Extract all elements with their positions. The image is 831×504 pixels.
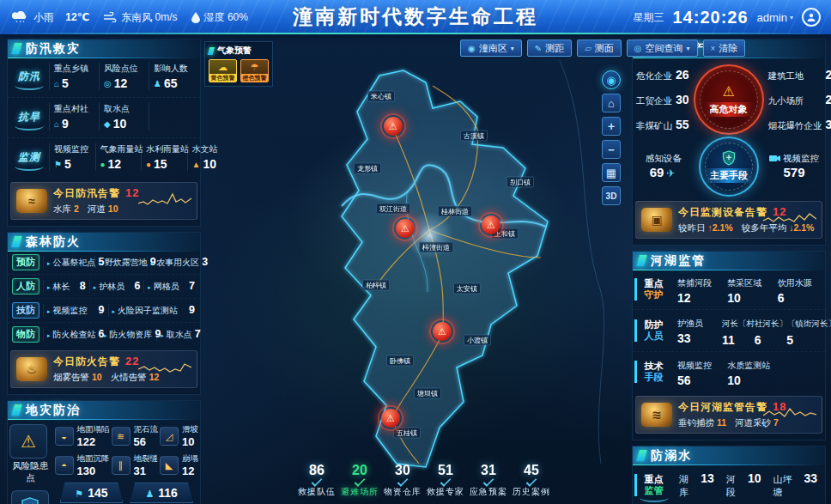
weather-warning-title: 气象预警 — [217, 45, 252, 57]
drone-icon: ✈ — [666, 167, 675, 179]
map-toolbar: ◉潼南区▾ ✎测距 ▱测面 ◎空间查询▾ ×清除 — [455, 39, 745, 57]
tag-key-protection[interactable]: 重点守护 — [634, 278, 670, 301]
stat-item: ▸野炊露营地9 — [94, 256, 146, 269]
material-defense-row: 物防 ▸防火检查站6 ▸防火物资库9 ▸取水点7 — [8, 323, 200, 346]
stat-item: 影响人数♟65 — [149, 63, 198, 90]
tag-tech-means[interactable]: 技术手段 — [634, 361, 670, 383]
home-button[interactable]: ⌂ — [602, 94, 621, 112]
bottom-stat-cases[interactable]: 45历史案例 — [510, 463, 553, 500]
alert-count: 22 — [125, 355, 139, 367]
stat-item: ▸火险因子监测站9 — [108, 304, 199, 317]
stat-item: 危化企业26 — [636, 68, 689, 82]
bottom-stat-shelters[interactable]: 20避难场所 — [338, 463, 381, 500]
green-dot-icon: ● — [100, 160, 106, 169]
humidity-status: 湿度 60% — [191, 10, 248, 25]
warning-triangle-icon: ⚠ — [482, 216, 500, 234]
video-monitor-stat: 视频监控579 — [767, 153, 822, 180]
key-supervision-row: 重点监管 湖库13 河段10 山坪塘33 — [633, 465, 825, 504]
bottom-stat-rescue-teams[interactable]: 86救援队伍 — [295, 463, 338, 500]
stat-item: 饮用水源6 — [773, 274, 823, 305]
clear-button[interactable]: ×清除 — [703, 39, 746, 57]
warning-triangle-icon: ⚠ — [433, 322, 452, 341]
tag-human-defense[interactable]: 人防 — [12, 278, 39, 295]
tag-key-supervision[interactable]: 重点监管 — [634, 474, 670, 496]
wind-warning-icon: ☁ — [209, 60, 236, 74]
header-accent — [636, 450, 647, 461]
shield-icon — [722, 150, 736, 166]
landslide-icon: ◿ — [160, 427, 179, 446]
monitor-group: 监测 视频监控⚑5 气象雨量站●12 水利雨量站●15 水文站▲10 — [8, 138, 200, 178]
map-alarm-marker[interactable]: ⚠ — [478, 212, 504, 238]
bottom-stat-plans[interactable]: 31应急预案 — [467, 463, 510, 500]
fire-alert-icon: ♨ — [16, 357, 47, 381]
toggle-3d-button[interactable]: 3D — [602, 186, 621, 205]
stat-item: ◒地面塌陷122 — [55, 424, 110, 448]
stat-item: 湖库13 — [673, 471, 720, 499]
warning-triangle-icon: ⚠ — [384, 117, 403, 136]
top-header-bar: 小雨 12℃ 东南风 0m/s 湿度 60% 潼南新时代数字生命工程 星期三 1… — [0, 0, 831, 34]
yellow-warning-badge[interactable]: ☁黄色预警 — [209, 59, 237, 82]
main-means-badge[interactable]: 主要手段 — [699, 137, 759, 197]
map-town-label: 梓潼街道 — [419, 242, 453, 253]
stat-item: ◣崩塌12 — [160, 453, 198, 477]
warning-triangle-icon: ⚠ — [722, 83, 734, 100]
zoom-out-button[interactable]: − — [602, 140, 621, 159]
stat-item: ◿滑坡10 — [160, 424, 198, 448]
drought-group: 抗旱 重点村社⌂9 取水点◆10 — [8, 98, 200, 138]
stat-item: ▸网格员7 — [143, 280, 198, 293]
wind-status: 东南风 0m/s — [103, 10, 177, 25]
weather-warning-panel: 气象预警 ☁黄色预警 ☂橙色预警 — [204, 41, 273, 87]
forest-fire-section: 森林防火 预防 ▸公墓祭祀点5 ▸野炊露营地9 ▸农事用火区3 人防 ▸林长8 … — [7, 232, 201, 395]
map-alarm-marker[interactable]: ⚠ — [380, 113, 406, 139]
orange-warning-badge[interactable]: ☂橙色预警 — [240, 59, 269, 82]
user-menu[interactable]: admin▾ — [757, 11, 793, 24]
alert-sparkline — [138, 356, 191, 382]
map-alarm-marker[interactable]: ⚠ — [429, 319, 455, 344]
bottom-stat-warehouses[interactable]: 30物资仓库 — [381, 463, 424, 500]
tech-defense-row: 技防 ▸视频监控9 ▸火险因子监测站9 — [8, 299, 200, 323]
region-select-button[interactable]: ◉潼南区▾ — [460, 39, 522, 57]
alert-sparkline — [138, 188, 191, 214]
fire-alert-card: ♨ 今日防火告警22 烟雾告警10火情告警12 — [10, 350, 197, 388]
map-alarm-marker[interactable]: ⚠ — [378, 405, 403, 431]
high-risk-badge[interactable]: ⚠ 高危对象 — [694, 64, 764, 135]
stat-item: 视频监控56 — [673, 356, 723, 387]
measure-distance-button[interactable]: ✎测距 — [527, 39, 572, 57]
rockfall-icon: ◣ — [160, 456, 179, 475]
tag-tech-defense[interactable]: 技防 — [12, 302, 39, 319]
tag-material-defense[interactable]: 物防 — [12, 326, 39, 343]
map-town-label: 米心镇 — [367, 91, 395, 102]
stat-item: 重点村社⌂9 — [49, 103, 99, 131]
spatial-query-button[interactable]: ◎空间查询▾ — [627, 39, 698, 57]
weekday-label: 星期三 — [634, 10, 664, 25]
header-accent — [208, 47, 215, 55]
tab-flood[interactable]: 防汛 — [11, 69, 47, 85]
right-panel: 安全生产 危化企业26 工贸企业30 非煤矿山55 ⚠ 高危对象 建筑工地24 … — [632, 39, 826, 504]
geo-section-title: 地灾防治 — [26, 403, 81, 418]
bottom-stat-experts[interactable]: 51救援专家 — [424, 463, 467, 500]
tag-prevention[interactable]: 预防 — [12, 254, 39, 270]
user-avatar-icon[interactable] — [802, 8, 821, 27]
debris-flow-icon: ≋ — [112, 427, 130, 446]
layers-button[interactable]: ▦ — [602, 163, 621, 182]
river-section-title: 河湖监管 — [651, 253, 706, 269]
protection-staff-row: 防护人员 护渔员33 河长〔村社河长〕〔镇街河长〕 1165 — [633, 310, 825, 352]
locate-button[interactable]: ◉ — [602, 70, 621, 89]
tab-drought[interactable]: 抗旱 — [11, 109, 47, 125]
stat-item: ▸公墓祭祀点5 — [43, 256, 94, 269]
emergency-resource-bar: 86救援队伍 20避难场所 30物资仓库 51救援专家 31应急预案 45历史案… — [295, 463, 553, 500]
camera-icon: ⚑ — [54, 160, 62, 169]
stat-item: 取水点◆10 — [99, 103, 149, 131]
stat-item: ▸视频监控9 — [43, 304, 108, 317]
tag-protection-staff[interactable]: 防护人员 — [634, 319, 670, 342]
map-alarm-marker[interactable]: ⚠ — [392, 216, 418, 241]
zoom-in-button[interactable]: ＋ — [602, 117, 621, 136]
flood-section: 防汛救灾 防汛 重点乡镇⌂5 风险点位◎12 影响人数♟65 抗旱 重点村社⌂9… — [7, 39, 201, 227]
stat-item: 建筑工地24 — [768, 68, 831, 82]
tab-monitor[interactable]: 监测 — [11, 149, 47, 166]
polygon-icon: ▱ — [585, 44, 591, 53]
header-accent — [636, 255, 647, 266]
map-town-label: 小渡镇 — [464, 335, 491, 346]
measure-area-button[interactable]: ▱测面 — [577, 39, 622, 57]
stat-item: 禁捕河段12 — [673, 274, 723, 305]
